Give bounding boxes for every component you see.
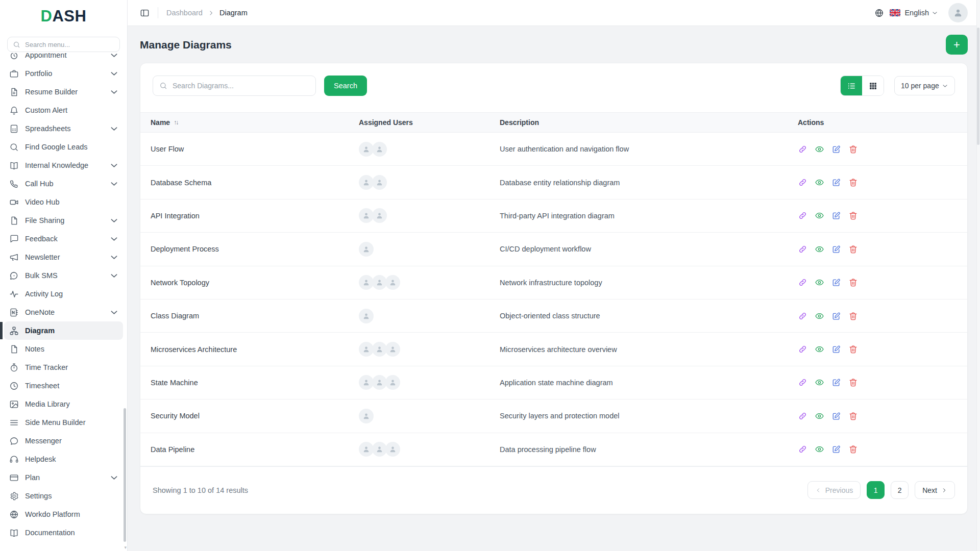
- delete-button[interactable]: [848, 144, 858, 154]
- sidebar-item-timesheet[interactable]: Timesheet: [4, 377, 123, 395]
- sidebar-item-onenote[interactable]: OneNote: [4, 303, 123, 321]
- sidebar-item-activity-log[interactable]: Activity Log: [4, 285, 123, 303]
- app-logo[interactable]: DASH: [0, 0, 127, 33]
- sidebar-item-plan[interactable]: Plan: [4, 468, 123, 487]
- sidebar-item-messenger[interactable]: Messenger: [4, 432, 123, 450]
- edit-button[interactable]: [831, 278, 841, 287]
- search-button[interactable]: Search: [324, 76, 367, 96]
- page-button-1[interactable]: 1: [867, 481, 885, 499]
- delete-button[interactable]: [848, 211, 858, 220]
- edit-button[interactable]: [831, 178, 841, 187]
- sidebar-item-spreadsheets[interactable]: Spreadsheets: [4, 119, 123, 138]
- next-page-button[interactable]: Next: [915, 481, 955, 499]
- diagram-icon: [9, 326, 19, 336]
- sidebar-item-helpdesk[interactable]: Helpdesk: [4, 450, 123, 468]
- sidebar-item-side-menu-builder[interactable]: Side Menu Builder: [4, 413, 123, 432]
- view-button[interactable]: [815, 378, 824, 387]
- page-button-2[interactable]: 2: [891, 481, 909, 499]
- link-button[interactable]: [798, 244, 807, 254]
- uk-flag-icon[interactable]: [890, 9, 900, 16]
- sidebar-item-feedback[interactable]: Feedback: [4, 230, 123, 248]
- edit-button[interactable]: [831, 411, 841, 421]
- view-button[interactable]: [815, 178, 824, 187]
- delete-button[interactable]: [848, 278, 858, 287]
- view-button[interactable]: [815, 444, 824, 454]
- sidebar-item-file-sharing[interactable]: File Sharing: [4, 211, 123, 230]
- sidebar-item-find-google-leads[interactable]: Find Google Leads: [4, 138, 123, 156]
- sidebar-item-portfolio[interactable]: Portfolio: [4, 64, 123, 83]
- edit-button[interactable]: [831, 311, 841, 321]
- delete-button[interactable]: [848, 411, 858, 421]
- page-scrollbar-thumb[interactable]: [977, 28, 979, 145]
- list-view-button[interactable]: [841, 76, 862, 95]
- table-row: User FlowUser authentication and navigat…: [140, 133, 967, 166]
- language-selector[interactable]: English: [904, 9, 929, 17]
- page-numbers: 12: [867, 481, 909, 499]
- user-avatar-menu[interactable]: [948, 3, 968, 22]
- edit-button[interactable]: [831, 244, 841, 254]
- sidebar-item-settings[interactable]: Settings: [4, 487, 123, 505]
- sidebar-item-internal-knowledge[interactable]: Internal Knowledge: [4, 156, 123, 174]
- sidebar-item-notes[interactable]: Notes: [4, 340, 123, 358]
- sidebar-item-time-tracker[interactable]: Time Tracker: [4, 358, 123, 377]
- page-scrollbar[interactable]: [976, 0, 980, 551]
- table-row: Data PipelineData processing pipeline fl…: [140, 433, 967, 466]
- sidebar-item-appointment[interactable]: Appointment: [4, 53, 123, 64]
- link-button[interactable]: [798, 378, 807, 387]
- column-header-name[interactable]: Name ↑↓: [140, 118, 349, 127]
- link-button[interactable]: [798, 444, 807, 454]
- edit-button[interactable]: [831, 211, 841, 220]
- link-button[interactable]: [798, 144, 807, 154]
- link-button[interactable]: [798, 311, 807, 321]
- sidebar-toggle-icon[interactable]: [140, 8, 150, 18]
- sidebar-item-custom-alert[interactable]: Custom Alert: [4, 101, 123, 119]
- sidebar-item-media-library[interactable]: Media Library: [4, 395, 123, 413]
- globe-icon[interactable]: [874, 8, 884, 18]
- view-button[interactable]: [815, 344, 824, 354]
- sidebar-item-call-hub[interactable]: Call Hub: [4, 174, 123, 193]
- breadcrumb-dashboard[interactable]: Dashboard: [166, 9, 203, 17]
- edit-button[interactable]: [831, 444, 841, 454]
- sidebar-item-label: Spreadsheets: [25, 124, 103, 133]
- delete-button[interactable]: [848, 378, 858, 387]
- link-button[interactable]: [798, 411, 807, 421]
- view-button[interactable]: [815, 211, 824, 220]
- delete-button[interactable]: [848, 344, 858, 354]
- edit-button[interactable]: [831, 378, 841, 387]
- link-button[interactable]: [798, 344, 807, 354]
- edit-button[interactable]: [831, 144, 841, 154]
- view-button[interactable]: [815, 278, 824, 287]
- sidebar-item-label: Messenger: [25, 437, 119, 445]
- link-button[interactable]: [798, 278, 807, 287]
- edit-button[interactable]: [831, 344, 841, 354]
- sidebar-item-workdo-platform[interactable]: Workdo Platform: [4, 505, 123, 523]
- sidebar-item-bulk-sms[interactable]: Bulk SMS: [4, 266, 123, 285]
- delete-button[interactable]: [848, 244, 858, 254]
- view-button[interactable]: [815, 411, 824, 421]
- delete-button[interactable]: [848, 311, 858, 321]
- spreadsheet-icon: [9, 124, 19, 134]
- sidebar-scrollbar-thumb[interactable]: [124, 408, 126, 542]
- sidebar-scrollbar-arrow[interactable]: ▾: [124, 545, 127, 550]
- delete-button[interactable]: [848, 444, 858, 454]
- view-button[interactable]: [815, 144, 824, 154]
- sidebar-item-video-hub[interactable]: Video Hub: [4, 193, 123, 211]
- link-button[interactable]: [798, 211, 807, 220]
- sidebar-item-label: Notes: [25, 345, 119, 353]
- previous-page-button[interactable]: Previous: [807, 481, 861, 499]
- bell-icon: [9, 106, 19, 115]
- sidebar-item-diagram[interactable]: Diagram: [4, 321, 123, 340]
- link-button[interactable]: [798, 178, 807, 187]
- add-diagram-button[interactable]: +: [946, 35, 968, 55]
- sidebar-search-input[interactable]: [24, 40, 114, 49]
- grid-view-button[interactable]: [862, 76, 884, 95]
- view-button[interactable]: [815, 311, 824, 321]
- sidebar-item-resume-builder[interactable]: Resume Builder: [4, 83, 123, 101]
- per-page-select[interactable]: 10 per page: [894, 76, 955, 95]
- sidebar-item-newsletter[interactable]: Newsletter: [4, 248, 123, 266]
- diagram-search-input[interactable]: [172, 81, 309, 90]
- view-button[interactable]: [815, 244, 824, 254]
- sidebar-item-documentation[interactable]: Documentation: [4, 523, 123, 542]
- delete-button[interactable]: [848, 178, 858, 187]
- diagram-name: Class Diagram: [140, 312, 349, 320]
